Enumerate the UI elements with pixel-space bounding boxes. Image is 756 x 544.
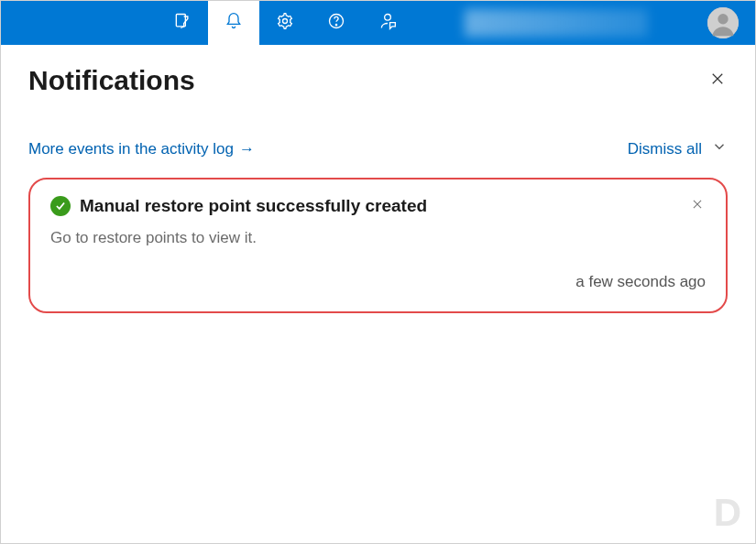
filter-icon (173, 12, 192, 34)
svg-point-6 (718, 14, 728, 24)
svg-point-4 (385, 15, 391, 21)
close-panel-button[interactable] (707, 71, 728, 91)
svg-point-1 (283, 19, 288, 24)
top-bar (1, 1, 755, 45)
dismiss-all-link[interactable]: Dismiss all (628, 140, 702, 158)
gear-icon (276, 12, 294, 34)
activity-log-link[interactable]: More events in the activity log → (28, 140, 255, 158)
help-icon (327, 12, 345, 34)
notification-body: Go to restore points to view it. (50, 229, 706, 247)
chevron-down-icon[interactable] (711, 138, 728, 159)
settings-button[interactable] (259, 1, 311, 45)
help-button[interactable] (311, 1, 362, 45)
notifications-panel: Notifications More events in the activit… (1, 45, 755, 313)
notification-title: Manual restore point successfully create… (80, 196, 680, 216)
arrow-right-icon: → (239, 140, 255, 158)
watermark: D (714, 491, 740, 535)
bell-icon (225, 12, 243, 34)
account-info-area (413, 1, 698, 45)
success-check-icon (50, 196, 71, 216)
filter-button[interactable] (157, 1, 208, 45)
close-icon (691, 198, 704, 214)
user-avatar[interactable] (707, 7, 739, 38)
notification-close-button[interactable] (689, 198, 706, 214)
feedback-button[interactable] (362, 1, 413, 45)
svg-point-3 (335, 25, 336, 26)
notification-time: a few seconds ago (50, 273, 706, 291)
page-title: Notifications (28, 65, 195, 96)
close-icon (709, 71, 726, 91)
account-text-blurred (465, 9, 648, 37)
feedback-icon (378, 12, 397, 34)
notification-card: Manual restore point successfully create… (28, 178, 728, 313)
notifications-button[interactable] (208, 1, 259, 45)
activity-log-label: More events in the activity log (28, 140, 234, 158)
